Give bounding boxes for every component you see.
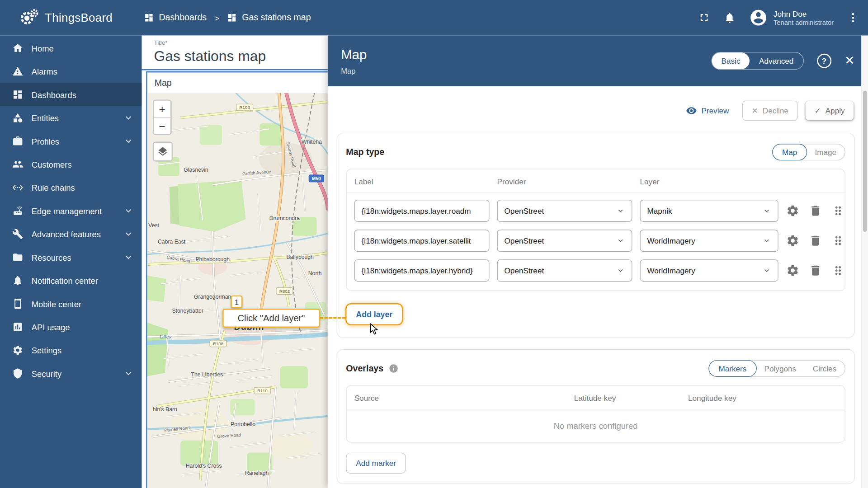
notifications-button[interactable]	[724, 12, 736, 24]
layer-select[interactable]: WorldImagery	[640, 259, 778, 282]
toggle-circles[interactable]: Circles	[804, 361, 844, 376]
svg-text:R103: R103	[240, 105, 250, 110]
rule-chain-icon	[12, 182, 23, 193]
title-field-value[interactable]: Gas stations map	[154, 47, 327, 65]
svg-text:Dublin: Dublin	[234, 322, 264, 332]
chevron-down-icon	[613, 206, 625, 216]
layer-select[interactable]: WorldImagery	[640, 230, 778, 252]
layers-table-header: Label Provider Layer	[347, 169, 845, 193]
svg-text:Drumcondra: Drumcondra	[269, 215, 300, 221]
svg-text:The Liberties: The Liberties	[191, 371, 223, 378]
trash-icon	[809, 264, 822, 277]
layer-select[interactable]: Mapnik	[640, 200, 778, 222]
map-type-card: Map type Map Image Label Provider Layer	[336, 133, 854, 338]
category-icon	[12, 113, 23, 123]
decline-button[interactable]: ✕ Decline	[742, 101, 798, 121]
toggle-markers[interactable]: Markers	[708, 360, 756, 377]
user-menu[interactable]: John Doe Tenant administrator	[749, 8, 834, 27]
people-icon	[12, 159, 23, 169]
layer-delete-button[interactable]	[809, 204, 822, 217]
toggle-map[interactable]: Map	[772, 144, 807, 160]
sidebar-item-resources[interactable]: Resources	[0, 246, 142, 269]
sidebar-item-customers[interactable]: Customers	[0, 153, 142, 176]
toggle-polygons[interactable]: Polygons	[756, 361, 804, 376]
sidebar-item-dashboards[interactable]: Dashboards	[0, 83, 142, 106]
layer-drag-handle[interactable]	[831, 264, 844, 277]
fullscreen-button[interactable]	[698, 12, 710, 24]
sidebar-item-rule-chains[interactable]: Rule chains	[0, 176, 142, 199]
sidebar-item-api-usage[interactable]: API usage	[0, 315, 142, 338]
preview-button[interactable]: Preview	[680, 100, 735, 122]
gear-icon	[12, 345, 23, 356]
sidebar-item-profiles[interactable]: Profiles	[0, 130, 142, 153]
panel-header-actions: Basic Advanced ? ✕	[712, 52, 855, 70]
toggle-basic[interactable]: Basic	[712, 52, 750, 69]
info-icon[interactable]	[388, 363, 398, 373]
panel-scrollbar[interactable]	[861, 35, 868, 488]
toggle-image[interactable]: Image	[807, 145, 844, 160]
toggle-advanced[interactable]: Advanced	[750, 52, 803, 69]
layer-label-input[interactable]: {i18n:widgets.maps.layer.satellit	[354, 230, 490, 252]
sidebar-item-security[interactable]: Security	[0, 362, 142, 385]
road-ref-r108: R108	[210, 340, 226, 347]
scrollbar-thumb[interactable]	[863, 91, 867, 232]
smartphone-icon	[12, 298, 23, 309]
chevron-down-icon	[613, 266, 625, 275]
layer-delete-button[interactable]	[809, 264, 822, 277]
svg-text:Harold's Cross: Harold's Cross	[186, 463, 222, 469]
more-menu-button[interactable]	[847, 12, 859, 24]
overlays-header: Overlays Markers Polygons Circles	[346, 358, 845, 378]
zoom-out-button[interactable]: −	[154, 117, 170, 134]
chevron-down-icon	[613, 236, 625, 245]
map-canvas[interactable]: R103 M50 R802 R108 R110 Whiteha Glasnevi…	[147, 93, 328, 488]
sidebar-item-entities[interactable]: Entities	[0, 106, 142, 129]
sidebar-item-advanced-features[interactable]: Advanced features	[0, 222, 142, 245]
provider-select[interactable]: OpenStreet	[497, 230, 632, 252]
layers-table-rows: {i18n:widgets.maps.layer.roadm OpenStree…	[347, 193, 845, 291]
breadcrumb-page-label: Gas stations map	[242, 13, 311, 23]
apply-button[interactable]: ✓ Apply	[806, 101, 854, 120]
add-layer-button[interactable]: Add layer	[345, 303, 403, 325]
road-ref-r103: R103	[236, 104, 253, 111]
gear-icon	[786, 264, 799, 277]
chevron-down-icon	[123, 252, 134, 263]
sidebar-item-settings[interactable]: Settings	[0, 338, 142, 361]
sidebar-item-edge-management[interactable]: Edge management	[0, 199, 142, 222]
column-latitude-key: Latitude key	[574, 394, 688, 403]
layer-drag-handle[interactable]	[831, 234, 844, 247]
layer-drag-handle[interactable]	[831, 204, 844, 217]
zoom-in-button[interactable]: +	[154, 101, 170, 117]
add-marker-button[interactable]: Add marker	[346, 453, 406, 474]
layer-settings-button[interactable]	[786, 204, 799, 217]
layer-settings-button[interactable]	[786, 234, 799, 247]
dashboard-title-field[interactable]: Title* Gas stations map	[142, 35, 327, 70]
sidebar-item-home[interactable]: Home	[0, 37, 142, 60]
sidebar-item-notification-center[interactable]: Notification center	[0, 269, 142, 292]
help-button[interactable]: ?	[817, 54, 831, 68]
panel-subtitle: Map	[341, 67, 367, 75]
app-logo[interactable]: ThingsBoard	[0, 7, 125, 29]
layer-row: {i18n:widgets.maps.layer.satellit OpenSt…	[354, 230, 837, 252]
road-ref-m50: M50	[309, 175, 324, 182]
provider-select[interactable]: OpenStreet	[497, 259, 632, 282]
breadcrumb-dashboards[interactable]: Dashboards	[144, 13, 207, 23]
more-vert-icon	[847, 12, 859, 24]
provider-select[interactable]: OpenStreet	[497, 200, 632, 222]
settings-panel-header: Map Map Basic Advanced ? ✕	[328, 35, 868, 86]
notification-icon	[12, 275, 23, 286]
sidebar-item-mobile-center[interactable]: Mobile center	[0, 292, 142, 315]
layer-settings-button[interactable]	[786, 264, 799, 277]
svg-text:Phibsborough: Phibsborough	[195, 256, 230, 263]
layer-delete-button[interactable]	[809, 234, 822, 247]
breadcrumb-current-page[interactable]: Gas stations map	[227, 13, 311, 23]
home-icon	[12, 42, 23, 53]
layer-label-input[interactable]: {i18n:widgets.maps.layer.roadm	[354, 200, 490, 222]
svg-text:M50: M50	[312, 176, 321, 181]
map-layers-button[interactable]	[153, 141, 173, 161]
layer-label-input[interactable]: {i18n:widgets.maps.layer.hybrid}	[354, 259, 490, 282]
app-root: ThingsBoard Dashboards > Gas stations ma…	[0, 0, 868, 488]
close-panel-button[interactable]: ✕	[844, 55, 855, 67]
sidebar-item-alarms[interactable]: Alarms	[0, 60, 142, 83]
settings-panel-body: Preview ✕ Decline ✓ Apply Map type Map	[328, 86, 861, 488]
chevron-down-icon	[759, 266, 771, 275]
